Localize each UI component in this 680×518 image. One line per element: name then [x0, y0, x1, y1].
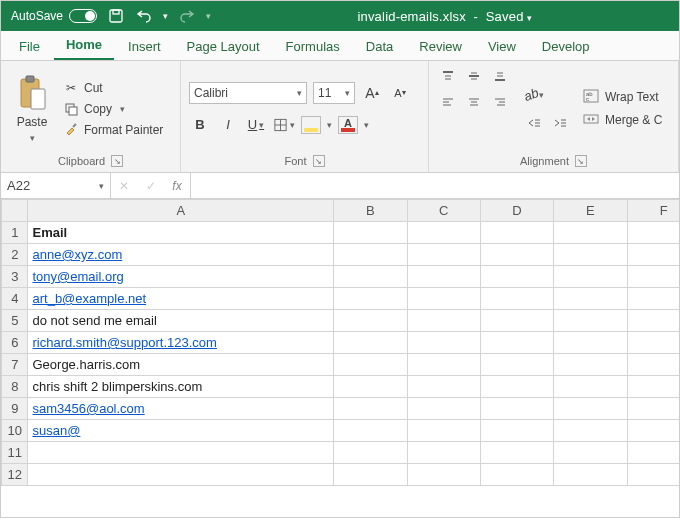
cell[interactable]: [554, 442, 627, 464]
cell[interactable]: [407, 398, 480, 420]
worksheet-grid[interactable]: A B C D E F 1Email2anne@xyz.com3tony@ema…: [1, 199, 679, 517]
cell[interactable]: do not send me email: [28, 310, 334, 332]
cell[interactable]: [480, 332, 553, 354]
decrease-font-icon[interactable]: A▾: [389, 82, 411, 104]
cell[interactable]: [627, 310, 679, 332]
font-name-combo[interactable]: Calibri▾: [189, 82, 307, 104]
cell[interactable]: [407, 464, 480, 486]
cell[interactable]: [407, 244, 480, 266]
cell[interactable]: [334, 288, 407, 310]
cell[interactable]: [480, 310, 553, 332]
format-painter-button[interactable]: Format Painter: [63, 122, 163, 138]
cell[interactable]: [480, 288, 553, 310]
col-header-D[interactable]: D: [480, 200, 553, 222]
enter-formula-icon[interactable]: ✓: [146, 179, 156, 193]
cell[interactable]: [334, 332, 407, 354]
row-header[interactable]: 10: [2, 420, 28, 442]
cut-button[interactable]: ✂ Cut: [63, 80, 163, 96]
cell[interactable]: richard.smith@support.123.com: [28, 332, 334, 354]
tab-view[interactable]: View: [476, 33, 528, 60]
cell[interactable]: [627, 420, 679, 442]
cell[interactable]: [407, 266, 480, 288]
tab-home[interactable]: Home: [54, 31, 114, 60]
cell[interactable]: [554, 398, 627, 420]
tab-page-layout[interactable]: Page Layout: [175, 33, 272, 60]
cell[interactable]: [334, 442, 407, 464]
row-header[interactable]: 12: [2, 464, 28, 486]
cell[interactable]: anne@xyz.com: [28, 244, 334, 266]
cell[interactable]: [407, 288, 480, 310]
cell[interactable]: [407, 310, 480, 332]
col-header-C[interactable]: C: [407, 200, 480, 222]
font-size-combo[interactable]: 11▾: [313, 82, 355, 104]
formula-input[interactable]: [191, 173, 679, 198]
tab-file[interactable]: File: [7, 33, 52, 60]
cell[interactable]: [407, 376, 480, 398]
cell[interactable]: tony@email.org: [28, 266, 334, 288]
row-header[interactable]: 7: [2, 354, 28, 376]
col-header-A[interactable]: A: [28, 200, 334, 222]
increase-indent-icon[interactable]: [549, 112, 571, 134]
cancel-formula-icon[interactable]: ✕: [119, 179, 129, 193]
orientation-button[interactable]: ab▾: [523, 84, 545, 106]
cell[interactable]: [480, 222, 553, 244]
cell[interactable]: [334, 310, 407, 332]
cell[interactable]: [480, 266, 553, 288]
font-color-button[interactable]: A: [338, 116, 358, 134]
cell[interactable]: [480, 420, 553, 442]
cell[interactable]: [554, 376, 627, 398]
cell[interactable]: [480, 442, 553, 464]
clipboard-launcher-icon[interactable]: ↘: [111, 155, 123, 167]
cell[interactable]: [554, 288, 627, 310]
cell[interactable]: [554, 420, 627, 442]
cell[interactable]: art_b@example.net: [28, 288, 334, 310]
name-box-dropdown-icon[interactable]: ▾: [99, 181, 104, 191]
row-header[interactable]: 5: [2, 310, 28, 332]
cell[interactable]: [627, 398, 679, 420]
italic-button[interactable]: I: [217, 114, 239, 136]
cell[interactable]: [480, 398, 553, 420]
autosave-toggle[interactable]: AutoSave: [11, 9, 97, 23]
cell[interactable]: [554, 222, 627, 244]
align-middle-icon[interactable]: [463, 65, 485, 87]
align-bottom-icon[interactable]: [489, 65, 511, 87]
cell[interactable]: [334, 420, 407, 442]
cell[interactable]: [627, 354, 679, 376]
select-all-corner[interactable]: [2, 200, 28, 222]
font-launcher-icon[interactable]: ↘: [313, 155, 325, 167]
cell[interactable]: [627, 464, 679, 486]
col-header-E[interactable]: E: [554, 200, 627, 222]
cell[interactable]: [334, 222, 407, 244]
cell[interactable]: [334, 376, 407, 398]
save-icon[interactable]: [107, 7, 125, 25]
fx-icon[interactable]: fx: [172, 179, 181, 193]
tab-insert[interactable]: Insert: [116, 33, 173, 60]
cell[interactable]: [627, 376, 679, 398]
alignment-launcher-icon[interactable]: ↘: [575, 155, 587, 167]
cell[interactable]: George.harris.com: [28, 354, 334, 376]
cell[interactable]: [334, 354, 407, 376]
wrap-text-button[interactable]: abc Wrap Text: [583, 89, 662, 106]
align-top-icon[interactable]: [437, 65, 459, 87]
undo-dropdown-icon[interactable]: ▾: [163, 11, 168, 21]
tab-developer[interactable]: Develop: [530, 33, 602, 60]
cell[interactable]: chris shift 2 blimperskins.com: [28, 376, 334, 398]
cell[interactable]: [407, 420, 480, 442]
cell[interactable]: [407, 354, 480, 376]
cell[interactable]: [627, 244, 679, 266]
cell[interactable]: [627, 266, 679, 288]
cell[interactable]: [28, 442, 334, 464]
col-header-F[interactable]: F: [627, 200, 679, 222]
increase-font-icon[interactable]: A▴: [361, 82, 383, 104]
qat-customize-icon[interactable]: ▾: [206, 11, 211, 21]
row-header[interactable]: 2: [2, 244, 28, 266]
paste-dropdown-icon[interactable]: ▾: [30, 133, 35, 143]
cell[interactable]: [334, 464, 407, 486]
name-box[interactable]: A22 ▾: [1, 173, 111, 198]
cell[interactable]: sam3456@aol.com: [28, 398, 334, 420]
row-header[interactable]: 11: [2, 442, 28, 464]
tab-review[interactable]: Review: [407, 33, 474, 60]
align-center-icon[interactable]: [463, 91, 485, 113]
underline-button[interactable]: U▾: [245, 114, 267, 136]
row-header[interactable]: 8: [2, 376, 28, 398]
